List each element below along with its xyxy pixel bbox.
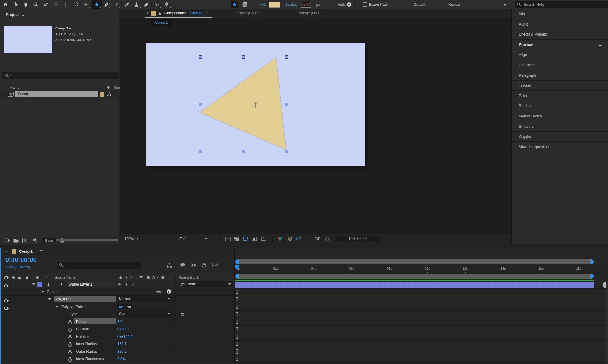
selection-handle[interactable] [285, 103, 288, 106]
comp-marker-button[interactable] [602, 282, 607, 288]
add-shape-label[interactable]: Add:▶ [338, 0, 351, 9]
mask-visibility-button[interactable] [241, 235, 249, 242]
shy-switch[interactable]: ◉ [118, 281, 121, 288]
navigator-start-handle[interactable] [235, 259, 239, 264]
path-merge-toggle[interactable] [126, 304, 132, 309]
magnification-dropdown[interactable]: 100% [124, 234, 139, 244]
property-value[interactable]: 160,1 [117, 340, 127, 347]
tab-footage[interactable]: Footage (none) [297, 11, 321, 15]
time-ruler[interactable]: 0s02s04s06s08s10s12s14s16s18s [235, 265, 608, 274]
exposure-reset-icon[interactable] [286, 235, 294, 242]
layer-row[interactable]: 1★Shape Layer 1◉☀╱@None [0, 281, 234, 288]
polystar-triangle-shape[interactable] [200, 57, 286, 150]
disclosure-triangle-icon[interactable] [41, 288, 45, 295]
project-item-row[interactable]: Comp 1 [0, 91, 119, 98]
add-shape-label[interactable]: Add: [156, 288, 163, 295]
panel-tab-mask-interpolation[interactable]: Mask Interpolation [512, 142, 608, 152]
star-tool[interactable] [92, 0, 102, 9]
caret-down-icon[interactable]: ▾ [69, 26, 71, 30]
orbit-camera-tool[interactable] [41, 0, 51, 9]
stamp-tool[interactable] [132, 0, 141, 9]
project-panel-menu-icon[interactable]: ≡ [22, 12, 24, 17]
stroke-label[interactable]: Stroke: [285, 0, 297, 9]
pickwhip-icon[interactable]: @ [181, 310, 185, 317]
tag-icon[interactable] [106, 86, 110, 90]
project-search-input[interactable]: ▾ [2, 72, 119, 79]
group-label[interactable]: Contents [47, 288, 61, 295]
stopwatch-icon[interactable] [68, 334, 72, 341]
position-property-row[interactable]: Position0,0,0,0 [0, 325, 234, 333]
path-group-label[interactable]: Polystar Path 1 [61, 303, 86, 310]
property-label[interactable]: Outer Radius [76, 348, 98, 355]
panel-tab-brushes[interactable]: Brushes [512, 101, 608, 111]
work-area-end-handle[interactable] [590, 274, 594, 279]
bezier-path-option[interactable]: Bezier Path [363, 0, 388, 9]
item-color-swatch[interactable] [100, 92, 105, 97]
selection-handle[interactable] [242, 55, 245, 59]
panel-tab-info[interactable]: Info [512, 9, 608, 19]
selection-handle[interactable] [199, 150, 202, 153]
panel-tab-character[interactable]: Character [512, 60, 608, 70]
panel-tab-effects-presets[interactable]: Effects & Presets [512, 29, 608, 40]
property-label[interactable]: Rotation [76, 333, 90, 340]
bezier-path-checkbox[interactable] [363, 2, 367, 7]
puppet-pin-tool[interactable] [162, 0, 172, 9]
property-value[interactable]: 0,0% [117, 355, 126, 362]
pen-tool[interactable] [102, 0, 111, 9]
stroke-width-label[interactable]: - px [314, 0, 320, 9]
panel-tab-motion-sketch[interactable]: Motion Sketch [512, 111, 608, 121]
show-snapshot-button[interactable] [324, 235, 332, 242]
outer-radius-property-row[interactable]: Outer Radius320,2 [0, 348, 234, 355]
disclosure-triangle-icon[interactable] [32, 281, 36, 288]
camera-tool[interactable] [81, 0, 91, 9]
fill-label[interactable]: Fill: [260, 0, 266, 9]
property-value[interactable]: 0,0,0,0 [117, 325, 129, 332]
property-label[interactable]: Inner Roundness [76, 355, 104, 362]
type-property-row[interactable]: TypeStar@ [0, 310, 234, 318]
new-composition-icon[interactable] [22, 238, 28, 243]
transparency-grid-button[interactable] [232, 235, 240, 242]
guides-rulers-button[interactable] [259, 235, 268, 242]
property-value[interactable]: 320,2 [117, 348, 127, 355]
type-tool[interactable]: T [111, 0, 121, 9]
tab-layer[interactable]: Layer (none) [238, 11, 259, 15]
search-help-input[interactable]: Search Help [515, 1, 608, 8]
layer-name-box[interactable]: Shape Layer 1 [67, 281, 116, 287]
panel-tab-audio[interactable]: Audio [512, 19, 608, 29]
quality-switch[interactable]: ╱ [132, 281, 134, 288]
selection-handle[interactable] [285, 55, 288, 59]
eraser-tool[interactable] [141, 0, 151, 9]
property-label[interactable]: Points [76, 318, 86, 325]
comp-minitab[interactable]: Comp 1 [151, 19, 172, 26]
fast-previews-button[interactable] [224, 235, 232, 242]
path-group-row[interactable]: Polystar Path 1 [0, 303, 234, 310]
timeline-navigator-bar[interactable] [235, 259, 594, 264]
new-folder-icon[interactable] [13, 238, 19, 243]
fill-color-swatch[interactable] [269, 2, 280, 8]
panel-tab-preview[interactable]: Preview≡ [512, 40, 608, 50]
take-snapshot-button[interactable] [314, 235, 322, 242]
hand-tool[interactable] [21, 0, 31, 9]
stopwatch-icon[interactable] [68, 319, 72, 326]
panel-menu-icon[interactable]: ≡ [599, 42, 602, 47]
disclosure-triangle-icon[interactable] [55, 303, 59, 310]
panel-tab-paint[interactable]: Paint [512, 91, 608, 101]
rotation-property-row[interactable]: Rotation0x+144,4° [0, 333, 234, 340]
points-property-row[interactable]: Points3,0 [0, 318, 234, 325]
add-flyout-icon[interactable]: ▶ [167, 289, 171, 294]
selection-handle[interactable] [199, 55, 202, 59]
type-dropdown[interactable]: Star [117, 311, 172, 317]
workspace-default[interactable]: Default [414, 0, 425, 9]
pan-camera-tool[interactable] [51, 0, 61, 9]
timeline-scrollbar[interactable] [606, 281, 608, 364]
project-panel-title[interactable]: Project [6, 12, 19, 17]
selection-handle[interactable] [242, 150, 245, 153]
blend-mode-dropdown[interactable]: Normal [117, 296, 172, 302]
viewer-panel-menu-icon[interactable]: ≡ [206, 11, 208, 16]
selection-handle[interactable] [285, 150, 288, 153]
tab-composition-target[interactable]: Comp 1 [190, 11, 204, 15]
stopwatch-icon[interactable] [68, 349, 72, 356]
inner-radius-property-row[interactable]: Inner Radius160,1 [0, 340, 234, 348]
exposure-value[interactable]: +0,0 [294, 234, 301, 244]
channel-settings-button[interactable] [276, 235, 284, 242]
